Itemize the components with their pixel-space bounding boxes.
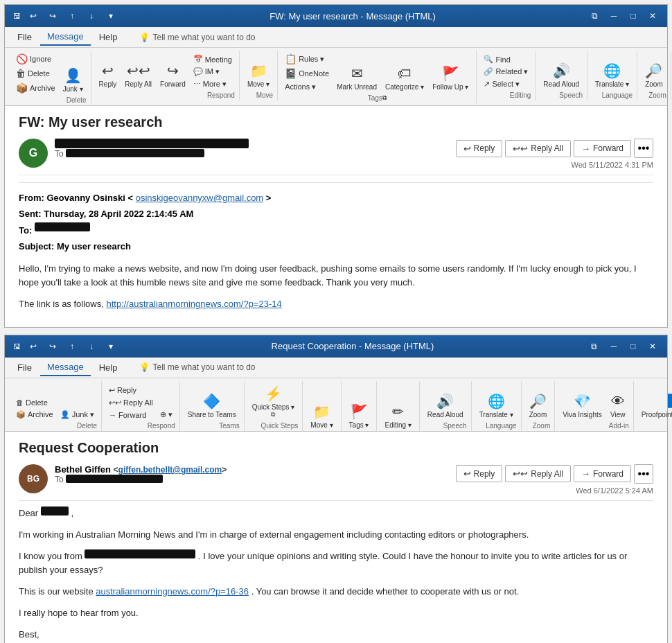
delete-label-2: Delete <box>26 398 48 407</box>
redo-button-2[interactable]: ↪ <box>44 337 62 355</box>
archive-button[interactable]: 📦 Archive <box>13 81 58 95</box>
rules-button[interactable]: 📋 Rules ▾ <box>282 52 332 66</box>
more-button[interactable]: ⋯ More ▾ <box>191 78 235 90</box>
menu-file[interactable]: File <box>10 29 39 45</box>
respond-items: ↩ Reply ↩↩ Reply All ↪ Forward 📅 Meeting <box>96 52 235 90</box>
reply-button-2[interactable]: ↩ Reply <box>106 385 156 396</box>
reply-all-btn-2[interactable]: ↩↩ Reply All <box>505 465 571 482</box>
minimize-button-2[interactable]: ─ <box>605 337 623 355</box>
translate-button[interactable]: 🌐 Translate ▾ <box>592 60 633 90</box>
down-button[interactable]: ↓ <box>82 7 100 25</box>
zoom2-group-label: Zoom <box>533 422 551 431</box>
forward-btn-2[interactable]: → Forward <box>574 465 631 482</box>
menu-message-2[interactable]: Message <box>40 359 91 376</box>
tell-me-bar-2[interactable]: 💡 Tell me what you want to do <box>139 362 255 372</box>
find-button[interactable]: 🔍 Find <box>481 53 531 65</box>
redo-button[interactable]: ↪ <box>44 7 62 25</box>
ribbon-group-delete-items: 🚫 Ignore 🗑 Delete 📦 Archive 👤 Junk ▾ <box>13 52 87 95</box>
meeting-button[interactable]: 📅 Meeting <box>191 53 235 65</box>
restore-button[interactable]: ⧉ <box>585 7 603 25</box>
zoom-button[interactable]: 🔎 Zoom <box>642 60 666 90</box>
reply-all-btn-label: Reply All <box>531 143 563 153</box>
close-button[interactable]: ✕ <box>644 7 662 25</box>
more-respond-2[interactable]: ⊕ ▾ <box>157 409 175 421</box>
forward-button[interactable]: ↪ Forward <box>157 60 189 90</box>
menu-file-2[interactable]: File <box>10 360 39 376</box>
follow-up-button[interactable]: 🚩 Follow Up ▾ <box>429 63 472 93</box>
restore-button-2[interactable]: ⧉ <box>585 337 603 355</box>
share-teams-button[interactable]: 🔷 Share to Teams <box>184 391 240 421</box>
ribbon-group-move: 📁 Move ▾ Move <box>240 51 278 100</box>
mark-unread-button[interactable]: ✉ Mark Unread <box>333 63 380 93</box>
menu-help-2[interactable]: Help <box>92 360 125 376</box>
editing-button-2[interactable]: ✏ Editing ▾ <box>381 401 414 431</box>
reply-all-button-2[interactable]: ↩↩ Reply All <box>106 397 156 409</box>
to-label: To <box>55 149 66 159</box>
reply-btn-1[interactable]: ↩ Reply <box>456 140 503 157</box>
maximize-button[interactable]: □ <box>624 7 642 25</box>
customize-qat-2[interactable]: ▾ <box>102 337 120 355</box>
menu-message[interactable]: Message <box>40 28 91 46</box>
onenote-button[interactable]: 📓 OneNote <box>282 67 332 80</box>
maximize-button-2[interactable]: □ <box>624 337 642 355</box>
actions-button[interactable]: Actions ▾ <box>282 81 332 93</box>
im-button[interactable]: 💬 IM ▾ <box>191 66 235 78</box>
up-button[interactable]: ↑ <box>63 7 81 25</box>
forward-button-2[interactable]: → Forward <box>106 409 156 421</box>
more-options-btn-1[interactable]: ••• <box>634 139 653 158</box>
reply-button[interactable]: ↩ Reply <box>96 60 121 90</box>
reply-btn-2[interactable]: ↩ Reply <box>456 465 503 482</box>
proofpoint-button[interactable]: 🅿 Proofpoint for Outlook <box>638 391 672 421</box>
editing-items: 🔍 Find 🔗 Related ▾ ↗ Select ▾ <box>481 52 531 90</box>
read-aloud-icon: 🔊 <box>553 62 570 79</box>
body-link-1[interactable]: http://australianmorningnews.com/?p=23-1… <box>106 299 281 309</box>
body2-para1: I'm working in Australian Morning News a… <box>19 528 653 543</box>
tell-me-text[interactable]: Tell me what you want to do <box>152 33 255 42</box>
menu-help[interactable]: Help <box>92 29 125 45</box>
archive-button-2[interactable]: 📦 Archive <box>13 409 56 421</box>
reply-all-btn-1[interactable]: ↩↩ Reply All <box>505 140 571 157</box>
junk-button-2[interactable]: 👤 Junk ▾ <box>58 409 97 421</box>
delete-button[interactable]: 🗑 Delete <box>13 67 58 80</box>
read-aloud-button-2[interactable]: 🔊 Read Aloud <box>424 391 467 421</box>
zoom-button-2[interactable]: 🔎 Zoom <box>526 391 551 421</box>
undo-button-2[interactable]: ↩ <box>24 337 42 355</box>
move-button-2[interactable]: 📁 Move ▾ <box>307 401 336 431</box>
customize-qat[interactable]: ▾ <box>102 7 120 25</box>
viva-insights-button[interactable]: 💎 Viva Insights <box>559 391 605 421</box>
zoom-label-2: Zoom <box>529 411 547 419</box>
ignore-button[interactable]: 🚫 Ignore <box>13 52 58 66</box>
quick-steps-button[interactable]: ⚡ Quick Steps ▾ ⧉ <box>249 383 299 421</box>
reply-all-button[interactable]: ↩↩ Reply All <box>121 60 155 90</box>
tags-expand-icon[interactable]: ⧉ <box>382 94 387 102</box>
body-line2-text: The link is as follows, <box>19 299 104 309</box>
tags-icon-2: 🚩 <box>351 403 368 420</box>
translate-button-2[interactable]: 🌐 Translate ▾ <box>476 391 517 421</box>
select-button[interactable]: ↗ Select ▾ <box>481 78 531 90</box>
minimize-button[interactable]: ─ <box>605 7 623 25</box>
quicksteps-expand[interactable]: ⧉ <box>271 411 275 419</box>
move-button[interactable]: 📁 Move ▾ <box>244 60 273 90</box>
app-icon: 🖫 <box>10 10 23 22</box>
tell-me-bar[interactable]: 💡 Tell me what you want to do <box>139 33 255 42</box>
view-button[interactable]: 👁 View <box>607 391 629 421</box>
related-button[interactable]: 🔗 Related ▾ <box>481 66 531 78</box>
move-items: 📁 Move ▾ <box>244 52 273 90</box>
up-button-2[interactable]: ↑ <box>63 337 81 355</box>
forward-btn-1[interactable]: → Forward <box>574 140 631 157</box>
find-label: Find <box>495 55 510 64</box>
more-options-btn-2[interactable]: ••• <box>634 464 653 484</box>
delete-button-2[interactable]: 🗑 Delete <box>13 397 56 408</box>
reply-all-label-2: Reply All <box>123 398 153 407</box>
sender-email-link-2[interactable]: giffen.bethelIt@gmail.com <box>118 465 222 475</box>
para3-link[interactable]: australianmorningnews.com/?p=16-36 <box>96 586 249 597</box>
tags-button-2[interactable]: 🚩 Tags ▾ <box>346 401 373 431</box>
close-button-2[interactable]: ✕ <box>644 337 662 355</box>
tell-me-text-2[interactable]: Tell me what you want to do <box>152 362 255 372</box>
from-email-link[interactable]: osinskigeovannyxw@gmail.com <box>136 193 263 203</box>
junk-button[interactable]: 👤 Junk ▾ <box>60 65 87 95</box>
undo-button[interactable]: ↩ <box>24 7 42 25</box>
categorize-button[interactable]: 🏷 Categorize ▾ <box>382 64 427 93</box>
down-button-2[interactable]: ↓ <box>82 337 100 355</box>
read-aloud-button[interactable]: 🔊 Read Aloud <box>540 60 583 90</box>
